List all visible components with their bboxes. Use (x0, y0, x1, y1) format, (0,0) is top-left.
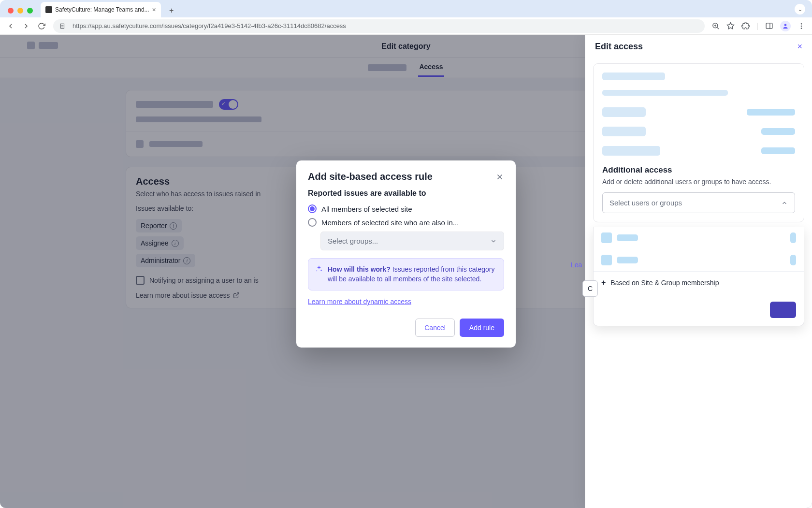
select-groups[interactable]: Select groups... (320, 232, 504, 250)
partial-text-lea: Lea (571, 261, 582, 269)
reload-icon[interactable] (38, 22, 46, 30)
forward-icon[interactable] (22, 22, 31, 30)
radio-icon[interactable] (308, 218, 317, 227)
modal-subtitle: Reported issues are available to (308, 189, 504, 198)
radio-icon[interactable] (308, 204, 317, 213)
modal-title: Add site-based access rule (308, 171, 433, 182)
address-bar[interactable]: https://app.au.safetyculture.com/issues/… (53, 19, 705, 33)
add-rule-button[interactable]: Add rule (460, 319, 504, 337)
svg-point-10 (801, 28, 802, 29)
tab-close-icon[interactable]: × (152, 6, 156, 14)
dropdown-site-option[interactable]: + Based on Site & Group membership (594, 271, 804, 294)
avatar-placeholder (601, 255, 612, 265)
maximize-window-icon[interactable] (27, 8, 33, 14)
new-tab-button[interactable]: + (165, 4, 178, 17)
minimize-window-icon[interactable] (17, 8, 23, 14)
skeleton-line (617, 257, 638, 263)
tab-overflow-icon[interactable]: ⌄ (795, 4, 805, 15)
skeleton-line (602, 146, 660, 156)
favicon-icon (45, 6, 52, 13)
skeleton-line (747, 109, 795, 116)
chevron-up-icon (781, 200, 788, 206)
svg-line-1 (717, 27, 719, 29)
modal-close-icon[interactable] (495, 173, 504, 181)
back-icon[interactable] (7, 22, 15, 30)
browser-tab-strip: SafetyCulture: Manage Teams and... × + ⌄ (0, 0, 812, 17)
extensions-icon[interactable] (741, 22, 750, 30)
svg-point-7 (784, 24, 787, 26)
skeleton-line (602, 107, 646, 117)
additional-access-heading: Additional access (602, 165, 795, 175)
svg-point-9 (801, 25, 802, 27)
browser-toolbar: https://app.au.safetyculture.com/issues/… (0, 17, 812, 35)
dropdown-item[interactable] (594, 249, 804, 271)
tab-title: SafetyCulture: Manage Teams and... (55, 6, 149, 13)
skeleton-line (761, 147, 795, 154)
svg-rect-5 (766, 23, 772, 29)
browser-tab[interactable]: SafetyCulture: Manage Teams and... × (41, 2, 161, 17)
panel-cancel-partial[interactable]: C (582, 280, 598, 297)
users-groups-dropdown: + Based on Site & Group membership (593, 227, 804, 326)
panel-primary-button[interactable] (770, 302, 796, 318)
radio-all-members[interactable]: All members of selected site (308, 204, 504, 213)
avatar-placeholder (601, 232, 612, 243)
side-panel-icon[interactable] (765, 22, 773, 30)
skeleton-line (790, 232, 796, 243)
skeleton-line (602, 127, 646, 136)
skeleton-line (602, 73, 665, 80)
profile-icon[interactable] (780, 21, 791, 31)
svg-point-8 (801, 23, 802, 25)
chevron-down-icon (490, 238, 497, 245)
skeleton-line (761, 128, 795, 135)
sparkle-icon (315, 265, 323, 284)
select-users-groups[interactable]: Select users or groups (602, 192, 795, 213)
cancel-button[interactable]: Cancel (415, 319, 455, 337)
panel-close-icon[interactable]: × (797, 42, 802, 52)
radio-members-in-group[interactable]: Members of selected site who are also in… (308, 218, 504, 227)
zoom-icon[interactable] (711, 22, 720, 30)
bookmark-icon[interactable] (726, 22, 735, 30)
skeleton-line (617, 234, 638, 241)
plus-icon: + (601, 278, 606, 287)
browser-menu-icon[interactable] (798, 22, 805, 30)
window-controls (6, 8, 37, 17)
info-text: How will this work? Issues reported from… (328, 264, 497, 284)
panel-title: Edit access (595, 42, 643, 52)
add-rule-modal: Add site-based access rule Reported issu… (296, 160, 516, 348)
skeleton-line (790, 255, 796, 265)
skeleton-line (602, 90, 728, 96)
svg-marker-4 (727, 22, 734, 29)
url-text: https://app.au.safetyculture.com/issues/… (72, 22, 346, 29)
info-callout: How will this work? Issues reported from… (308, 258, 504, 290)
close-window-icon[interactable] (8, 8, 14, 14)
edit-access-panel: Edit access × Additional access Add or d… (585, 35, 812, 508)
dropdown-item[interactable] (594, 227, 804, 249)
learn-more-dynamic-link[interactable]: Learn more about dynamic access (308, 298, 411, 305)
additional-access-sub: Add or delete additional users or groups… (602, 178, 795, 186)
protocol-icon (59, 23, 68, 29)
